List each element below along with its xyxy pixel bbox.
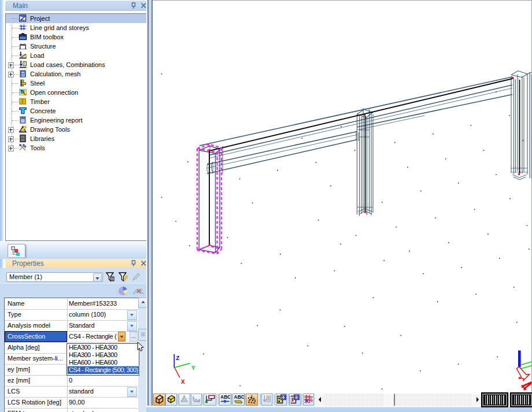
svg-text:ABC: ABC [220, 394, 230, 400]
svg-text:ABC: ABC [234, 394, 245, 400]
svg-text:X: X [181, 378, 185, 385]
svg-text:Z: Z [176, 355, 180, 362]
svg-text:Y: Y [191, 365, 195, 372]
